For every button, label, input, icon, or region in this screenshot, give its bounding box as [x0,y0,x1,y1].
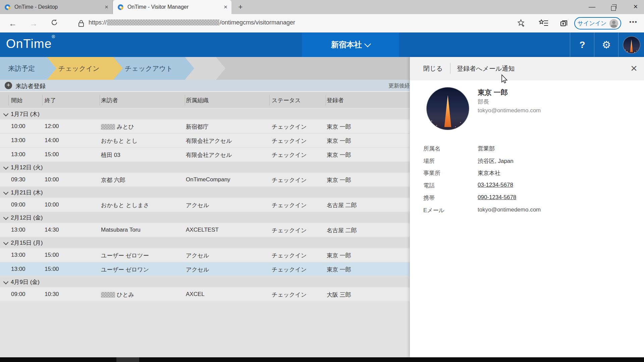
group-date-label: 1月21日 (木) [11,189,43,196]
cell-status: チェックイン [272,176,307,184]
cell-status: チェックイン [272,227,307,234]
group-date-label: 1月12日 (火) [11,164,43,171]
cell-visitor: ユーザー ゼロツー [101,252,149,259]
cell-visitor: 京都 六郎 [101,176,125,184]
cell-start: 13:00 [11,252,25,258]
group-date-label: 1月7日 (木) [11,110,40,118]
browser-tab-desktop[interactable]: OnTime - Desktop × [0,0,113,14]
tab-check-in[interactable]: チェックイン [47,57,123,80]
cell-org: 新宿都庁 [186,123,209,131]
col-status[interactable]: ステータス [272,97,301,104]
padlock-icon [78,19,85,29]
add-visitor-icon[interactable]: + [5,82,12,89]
redacted-name [101,124,115,130]
collections-icon[interactable] [559,19,569,29]
cell-visitor: おかもと とし [101,137,138,145]
field-location: 場所 渋谷区, Japan [410,157,644,165]
cell-end: 12:00 [45,123,59,130]
help-button[interactable]: ? [570,33,594,57]
window-minimize-button[interactable]: — [584,0,600,13]
cell-start: 13:00 [11,266,25,273]
cell-reg: 東京 一郎 [327,137,351,145]
refresh-icon [51,19,58,26]
cell-start: 13:00 [11,151,25,158]
tab-visit-schedule[interactable]: 来訪予定 [0,57,56,80]
cell-end: 14:00 [45,137,59,144]
settings-button[interactable]: ⚙ [594,33,619,57]
panel-header: 閉じる 登録者へメール通知 × [410,57,644,80]
taskbar-segment [116,357,139,362]
back-button[interactable]: ← [7,18,18,29]
cell-reg: 大阪 三郎 [327,291,351,299]
cell-end: 15:00 [45,266,59,273]
col-end[interactable]: 終了 [45,97,56,104]
cell-end: 10:00 [45,201,59,208]
cell-org: AXCELTEST [186,227,219,233]
tab-close-icon[interactable]: × [105,3,108,11]
browser-tab-strip: OnTime - Desktop × OnTime - Visitor Mana… [0,0,644,14]
cell-reg: 東京 一郎 [327,176,351,184]
field-mobile: 携帯 090-1234-5678 [410,194,644,201]
new-tab-button[interactable]: + [236,2,245,12]
ontime-favicon [5,4,10,10]
phone-link[interactable]: 03-1234-5678 [478,182,513,188]
browser-window: OnTime - Desktop × OnTime - Visitor Mana… [0,0,644,362]
cell-visitor: みとひ [101,123,134,131]
browser-tab-visitor-manager[interactable]: OnTime - Visitor Manager × [113,0,231,14]
cell-org: OnTimeCompany [186,176,230,183]
mobile-link[interactable]: 090-1234-5678 [478,194,516,201]
person-title: 部長 [478,98,489,106]
cell-visitor: おかもと としまさ [101,201,149,209]
register-visitor-button[interactable]: 来訪者登録 [15,82,46,90]
tab-check-out[interactable]: チェックアウト [113,57,194,80]
ontime-favicon [118,4,123,10]
cell-visitor: ひとみ [101,291,134,299]
col-registrant[interactable]: 登録者 [327,97,344,104]
visitor-detail-panel: 閉じる 登録者へメール通知 × 東京 一郎 部長 tokyo@ontimedem… [410,57,644,357]
close-icon[interactable]: × [631,62,637,74]
signin-label: サインイン [578,19,607,27]
collapse-chevron-icon [3,165,9,170]
window-close-button[interactable]: × [628,0,643,13]
person-email: tokyo@ontimedemo.com [478,107,541,114]
cell-end: 10:00 [45,176,59,183]
collapse-chevron-icon [3,240,9,245]
window-restore-button[interactable] [606,0,621,13]
cell-end: 14:30 [45,227,59,233]
forward-button[interactable]: → [28,18,39,29]
cell-status: チェックイン [272,252,307,259]
field-office: 事業所 東京本社 [410,169,644,177]
user-menu[interactable] [618,33,644,57]
cell-start: 13:00 [11,137,25,144]
signin-button[interactable]: サインイン [574,17,621,29]
redacted-name [101,292,115,298]
cell-end: 15:00 [45,252,59,258]
cell-reg: 名古屋 二郎 [327,201,357,209]
field-department: 所属名 営業部 [410,145,644,152]
cell-org: 有限会社アクセル [186,137,232,145]
add-favorite-star-icon[interactable] [517,19,526,29]
browser-toolbar: ← → https:///ontimegcms/visitormanager サ… [0,14,644,33]
profile-avatar-icon [609,19,618,28]
tab-close-icon[interactable]: × [224,3,227,11]
cell-start: 10:00 [11,123,25,130]
collapse-chevron-icon [3,111,9,117]
col-visitor[interactable]: 来訪者 [101,97,118,104]
browser-menu-button[interactable]: ••• [629,19,638,26]
col-organization[interactable]: 所属組織 [186,97,209,104]
url-bar[interactable]: https:///ontimegcms/visitormanager [89,19,295,26]
location-selector[interactable]: 新宿本社 [302,33,399,57]
cell-reg: 東京 一郎 [327,252,351,259]
cell-start: 09:30 [11,176,25,183]
tab-title: OnTime - Desktop [14,4,101,10]
favorites-bar-icon[interactable] [539,19,549,29]
col-start[interactable]: 開始 [11,97,22,104]
cell-visitor: 植田 03 [101,151,120,159]
url-scheme: https:// [89,19,107,26]
close-panel-link[interactable]: 閉じる [423,64,443,73]
collapse-chevron-icon [3,279,9,285]
notify-registrant-link[interactable]: 登録者へメール通知 [457,64,515,73]
refresh-button[interactable] [49,18,60,29]
cell-end: 15:00 [45,151,59,158]
person-photo [426,87,469,130]
